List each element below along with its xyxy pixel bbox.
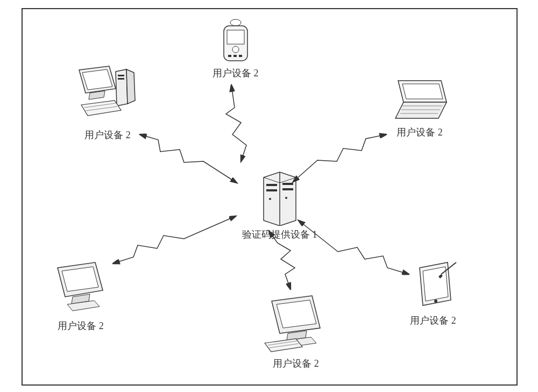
connector-lines: [0, 0, 538, 392]
